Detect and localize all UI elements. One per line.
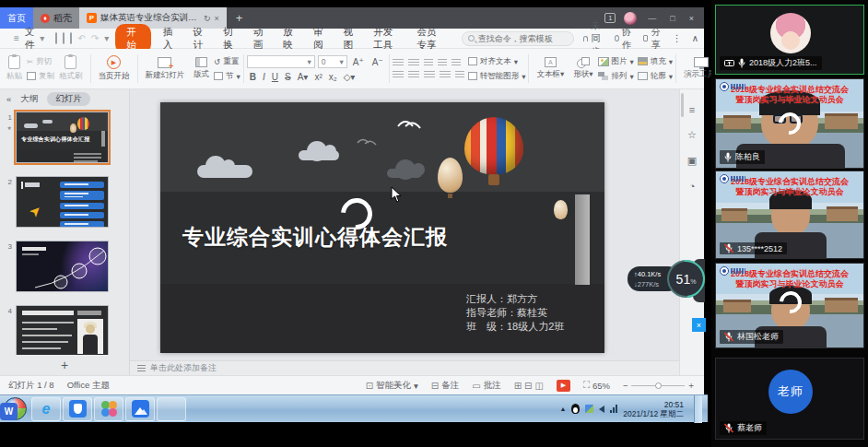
tab-review[interactable]: 审阅 bbox=[305, 26, 335, 52]
tab-transitions[interactable]: 切换 bbox=[215, 26, 245, 52]
format-painter-button[interactable]: 格式刷 bbox=[54, 51, 88, 87]
current-slide[interactable]: 专业综合实训心得体会汇报 汇报人：郑方方 指导老师：蔡桂英 班 级：18级人力2… bbox=[160, 102, 604, 353]
subscript-icon[interactable]: x₂ bbox=[326, 72, 340, 82]
taskbar-wps-button[interactable]: W bbox=[157, 397, 186, 421]
increase-font-icon[interactable]: A⁺ bbox=[350, 57, 367, 67]
font-size-combo[interactable]: 0▾ bbox=[318, 55, 347, 68]
highlight-icon[interactable]: ◇▾ bbox=[341, 72, 358, 82]
slide-thumbnail-3[interactable] bbox=[16, 241, 109, 292]
add-slide-button[interactable]: + bbox=[61, 358, 68, 372]
columns-icon[interactable] bbox=[455, 71, 464, 79]
smartart-button[interactable]: 转智能图形▾ bbox=[468, 71, 526, 82]
numbering-icon[interactable] bbox=[408, 59, 419, 67]
undo-icon[interactable]: ↶ bbox=[75, 33, 88, 43]
slide-title[interactable]: 专业综合实训心得体会汇报 bbox=[182, 223, 448, 252]
command-search[interactable] bbox=[462, 31, 574, 46]
tray-app-icon[interactable] bbox=[585, 405, 593, 413]
picture-button[interactable]: 图片▾ bbox=[598, 56, 634, 67]
paste-button[interactable]: 粘贴 bbox=[2, 51, 27, 87]
superscript-icon[interactable]: x² bbox=[311, 72, 324, 82]
redo-icon[interactable]: ↷ bbox=[88, 33, 101, 43]
slide-sorter-icon[interactable]: ⊟ bbox=[524, 381, 532, 391]
print-icon[interactable] bbox=[60, 33, 67, 43]
reset-button[interactable]: ↺重置 bbox=[214, 56, 240, 67]
participant-tile-2[interactable]: 2018级专业综合实训总结交流会 暨顶岗实习与毕业论文动员会 陈柏良 bbox=[715, 78, 864, 169]
selection-pane-icon[interactable]: ≡ bbox=[689, 104, 695, 115]
bullets-icon[interactable] bbox=[393, 59, 404, 67]
slide-thumbnail-1[interactable]: 专业综合实训心得体会汇报 bbox=[16, 112, 109, 163]
scrollbar-thumb[interactable] bbox=[681, 93, 684, 117]
slide-info-block[interactable]: 汇报人：郑方方 指导老师：蔡桂英 班 级：18级人力2班 bbox=[466, 292, 564, 334]
theme-name[interactable]: Office 主题 bbox=[67, 380, 110, 392]
slide-canvas[interactable]: 专业综合实训心得体会汇报 汇报人：郑方方 指导老师：蔡桂英 班 级：18级人力2… bbox=[130, 89, 679, 360]
line-spacing-icon[interactable] bbox=[452, 59, 461, 67]
outline-tab[interactable]: 大纲 bbox=[20, 93, 38, 105]
indent-increase-icon[interactable] bbox=[438, 59, 447, 67]
fill-button[interactable]: 填充▾ bbox=[638, 56, 673, 67]
taskbar-clock[interactable]: 20:51 2021/1/12 星期二 bbox=[623, 400, 684, 418]
smart-beautify-button[interactable]: ⊡智能美化▾ bbox=[366, 380, 418, 392]
network-icon[interactable] bbox=[610, 405, 617, 413]
arrange-button[interactable]: 排列▾ bbox=[598, 71, 634, 82]
decrease-font-icon[interactable]: A⁻ bbox=[369, 57, 386, 67]
collapse-panel-icon[interactable]: « bbox=[6, 94, 11, 104]
tab-insert[interactable]: 插入 bbox=[155, 26, 185, 52]
shapes-button[interactable]: 形状▾ bbox=[569, 51, 597, 87]
qq-icon[interactable] bbox=[571, 404, 580, 414]
indent-decrease-icon[interactable] bbox=[424, 59, 433, 67]
more-commands-icon[interactable]: ▾ bbox=[101, 33, 111, 43]
new-slide-button[interactable]: 新建幻灯片 bbox=[141, 51, 190, 87]
tab-developer[interactable]: 开发工具 bbox=[365, 26, 408, 52]
smart-beautify-icon[interactable]: ☆ bbox=[687, 129, 697, 141]
textbox-button[interactable]: A文本框▾ bbox=[532, 51, 569, 87]
align-left-icon[interactable] bbox=[393, 71, 404, 79]
share-button[interactable]: 分享 bbox=[643, 26, 663, 52]
search-input[interactable] bbox=[478, 34, 570, 43]
layout-button[interactable]: 版式 bbox=[189, 51, 214, 87]
file-menu[interactable]: ≡文件▾ bbox=[6, 26, 53, 52]
save-icon[interactable] bbox=[53, 33, 60, 43]
section-button[interactable]: 节▾ bbox=[214, 71, 240, 82]
zoom-out-button[interactable]: − bbox=[623, 381, 628, 391]
notes-bar[interactable]: 单击此处添加备注 bbox=[130, 360, 679, 375]
align-text-button[interactable]: 对齐文本▾ bbox=[468, 56, 526, 67]
tab-member[interactable]: 会员专享 bbox=[408, 26, 452, 52]
slides-tab[interactable]: 幻灯片 bbox=[47, 92, 90, 106]
rehearse-timer-icon[interactable]: ◔ bbox=[689, 181, 696, 192]
collapse-ribbon-icon[interactable]: ∧ bbox=[692, 33, 698, 43]
acceleration-ball[interactable]: 51% bbox=[667, 260, 705, 298]
normal-view-icon[interactable]: ⊞ bbox=[514, 381, 522, 391]
slideshow-play-button[interactable]: ▶ bbox=[557, 380, 570, 392]
popup-close-button[interactable]: × bbox=[692, 318, 706, 332]
bold-icon[interactable]: B bbox=[247, 72, 259, 82]
taskbar-security-button[interactable] bbox=[63, 397, 92, 421]
taskbar-meeting-button[interactable] bbox=[125, 397, 155, 421]
collaborate-button[interactable]: 协作 bbox=[615, 26, 633, 52]
taskbar-app-button[interactable] bbox=[94, 397, 123, 421]
participant-tile-1[interactable]: 2018级人力2班5... bbox=[715, 5, 864, 75]
zoom-slider[interactable] bbox=[631, 385, 685, 386]
cut-button[interactable]: ✂剪切 bbox=[27, 56, 54, 67]
play-from-page-button[interactable]: ▶当页开始 bbox=[94, 51, 135, 87]
font-color-icon[interactable]: A▾ bbox=[295, 72, 311, 82]
layout-pane-icon[interactable]: ▣ bbox=[687, 155, 697, 167]
zoom-level[interactable]: ⛶65% bbox=[583, 380, 610, 391]
font-family-combo[interactable]: ▾ bbox=[247, 55, 315, 68]
zoom-slider-knob[interactable] bbox=[655, 382, 662, 389]
notes-button[interactable]: ⊟备注 bbox=[431, 380, 459, 392]
underline-icon[interactable]: U bbox=[269, 72, 281, 82]
volume-icon[interactable] bbox=[599, 406, 604, 413]
participant-tile-5[interactable]: 老师 蔡老师 bbox=[715, 358, 864, 440]
strikethrough-icon[interactable]: S bbox=[282, 72, 294, 82]
align-center-icon[interactable] bbox=[408, 71, 419, 79]
participant-tile-3[interactable]: 2018级专业综合实训总结交流会 暨顶岗实习与毕业论文动员会 135****25… bbox=[715, 171, 864, 259]
tab-animation[interactable]: 动画 bbox=[245, 26, 276, 52]
slide-thumbnail-2[interactable]: ➤ bbox=[16, 176, 109, 228]
tab-design[interactable]: 设计 bbox=[184, 26, 215, 52]
justify-icon[interactable] bbox=[440, 71, 451, 79]
reading-view-icon[interactable]: ◫ bbox=[534, 381, 543, 391]
tab-slideshow[interactable]: 放映 bbox=[275, 26, 305, 52]
tab-view[interactable]: 视图 bbox=[335, 26, 366, 52]
outline-button[interactable]: 轮廓▾ bbox=[638, 71, 673, 82]
comments-button[interactable]: ▭批注 bbox=[472, 380, 500, 392]
